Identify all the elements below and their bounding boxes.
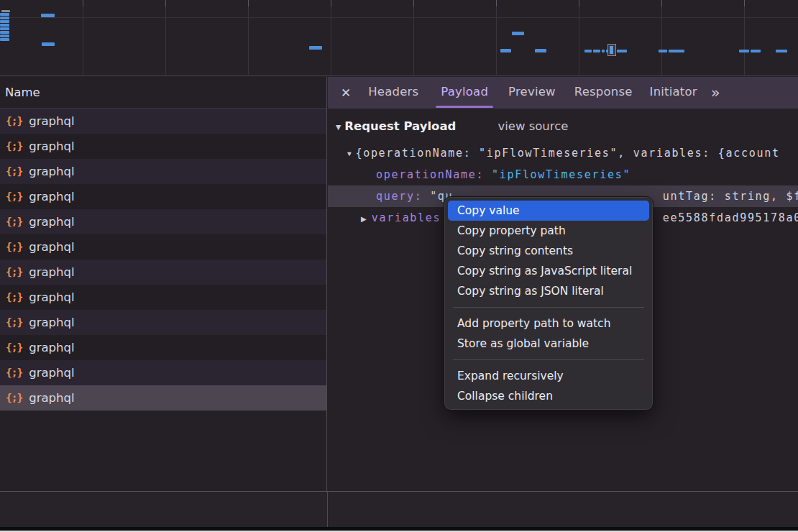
tab-response[interactable]: Response	[569, 77, 638, 109]
timeline-tick	[83, 0, 83, 6]
close-icon[interactable]: ✕	[341, 86, 351, 100]
timeline-gridline	[744, 0, 745, 76]
timeline-selected-request-bar	[610, 46, 613, 54]
column-header-name[interactable]: Name	[0, 77, 326, 109]
timeline-gridline	[248, 0, 249, 76]
timeline-bar	[0, 24, 9, 27]
json-braces-icon: {;}	[6, 159, 22, 184]
timeline-gridline	[331, 0, 331, 76]
menu-item-copy-value[interactable]: Copy value	[448, 201, 649, 221]
request-name: graphql	[29, 134, 74, 159]
tab-payload[interactable]: Payload	[436, 77, 493, 109]
menu-item-copy-string-contents[interactable]: Copy string contents	[448, 241, 649, 261]
timeline-bar	[739, 50, 749, 52]
request-name: graphql	[29, 184, 74, 209]
tab-headers[interactable]: Headers	[363, 77, 423, 109]
property-value-fragment: untTag: string, $f	[663, 185, 798, 207]
timeline-bar	[602, 50, 605, 52]
menu-item-copy-string-json-literal[interactable]: Copy string as JSON literal	[448, 281, 649, 301]
request-row[interactable]: {;}graphql	[0, 134, 326, 159]
menu-item-copy-string-js-literal[interactable]: Copy string as JavaScript literal	[448, 261, 649, 281]
request-rows: {;}graphql {;}graphql {;}graphql {;}grap…	[0, 109, 326, 411]
timeline-tick	[331, 0, 331, 6]
request-row[interactable]: {;}graphql	[0, 335, 326, 360]
more-tabs-icon[interactable]: »	[711, 78, 720, 107]
tab-initiator[interactable]: Initiator	[645, 77, 702, 109]
timeline-bar	[0, 20, 9, 23]
request-name: graphql	[29, 234, 74, 260]
network-summary-bar	[0, 491, 798, 527]
timeline-tick	[744, 0, 745, 6]
context-menu: Copy value Copy property path Copy strin…	[444, 196, 653, 411]
tab-preview[interactable]: Preview	[503, 77, 561, 109]
timeline-bar	[669, 50, 684, 52]
request-name: graphql	[29, 159, 74, 184]
timeline-bar	[0, 35, 9, 37]
request-row[interactable]: {;}graphql	[0, 109, 326, 134]
property-key: operationName	[376, 168, 477, 181]
timeline-gridline	[165, 0, 166, 76]
request-row[interactable]: {;}graphql	[0, 159, 326, 184]
menu-separator	[453, 359, 644, 360]
collapse-triangle-icon: ▼	[336, 123, 341, 131]
collapse-triangle-icon: ▼	[347, 150, 352, 157]
menu-item-expand-recursively[interactable]: Expand recursively	[448, 366, 649, 386]
property-value-fragment: ee5588fdad995178a0	[663, 207, 798, 229]
timeline-tick	[413, 0, 414, 6]
timeline-tick	[661, 0, 662, 6]
timeline-bar	[309, 46, 322, 50]
timeline-bar	[512, 32, 524, 35]
request-row-selected[interactable]: {;}graphql	[0, 385, 326, 411]
payload-preview-text: {operationName: "ipFlowTimeseries", vari…	[355, 147, 779, 160]
request-name: graphql	[29, 209, 74, 234]
request-name: graphql	[29, 385, 74, 411]
panel-divider	[327, 492, 328, 527]
request-name: graphql	[29, 335, 74, 360]
view-source-link[interactable]: view source	[497, 119, 568, 133]
timeline-bar	[41, 14, 55, 17]
timeline-gridline	[413, 0, 414, 76]
payload-row-operation-name[interactable]: operationName: "ipFlowTimeseries"	[328, 164, 798, 185]
menu-item-collapse-children[interactable]: Collapse children	[448, 386, 649, 406]
timeline-bar	[0, 31, 9, 34]
request-row[interactable]: {;}graphql	[0, 360, 326, 385]
json-braces-icon: {;}	[6, 109, 22, 134]
timeline-bar	[0, 27, 9, 30]
timeline-tick	[165, 0, 166, 6]
request-row[interactable]: {;}graphql	[0, 260, 326, 285]
json-braces-icon: {;}	[6, 184, 22, 209]
menu-item-copy-property-path[interactable]: Copy property path	[448, 221, 649, 241]
request-row[interactable]: {;}graphql	[0, 209, 326, 234]
menu-separator	[453, 307, 644, 308]
timeline-gridline	[496, 0, 497, 76]
property-key: variables	[372, 211, 441, 224]
timeline-tick	[248, 0, 249, 6]
request-payload-section-header[interactable]: ▼Request Payloadview source	[328, 117, 798, 136]
timeline-bar	[617, 50, 627, 52]
request-row[interactable]: {;}graphql	[0, 310, 326, 335]
request-row[interactable]: {;}graphql	[0, 184, 326, 209]
expand-triangle-icon: ▶	[361, 215, 367, 223]
timeline-bar	[0, 17, 9, 19]
property-key: query	[376, 190, 415, 203]
timeline-bar	[500, 49, 511, 52]
payload-root-row[interactable]: ▼{operationName: "ipFlowTimeseries", var…	[328, 142, 798, 164]
network-overview-timeline[interactable]	[0, 0, 798, 76]
request-row[interactable]: {;}graphql	[0, 285, 326, 310]
request-row[interactable]: {;}graphql	[0, 234, 326, 260]
request-name: graphql	[29, 285, 74, 310]
request-name: graphql	[29, 360, 74, 385]
column-header-name-label: Name	[5, 86, 40, 99]
timeline-tick	[579, 0, 579, 6]
json-braces-icon: {;}	[6, 260, 22, 285]
timeline-bar	[0, 38, 9, 41]
request-name: graphql	[29, 260, 74, 285]
json-braces-icon: {;}	[6, 335, 22, 360]
json-braces-icon: {;}	[6, 234, 22, 260]
menu-item-add-property-path-to-watch[interactable]: Add property path to watch	[448, 313, 649, 334]
timeline-bar	[535, 49, 546, 52]
timeline-bar	[0, 13, 9, 16]
menu-item-store-as-global-variable[interactable]: Store as global variable	[448, 334, 649, 354]
timeline-gridline	[579, 0, 579, 76]
timeline-grey-bar	[1, 10, 10, 12]
